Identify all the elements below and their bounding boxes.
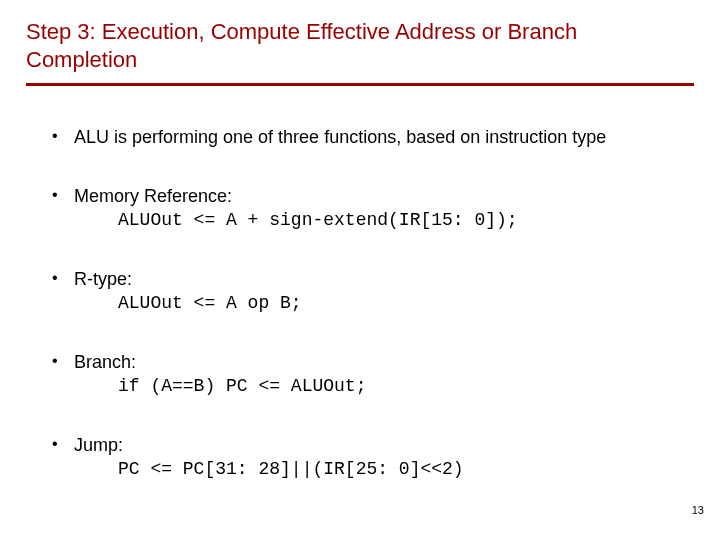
page-number: 13 [692, 504, 704, 516]
slide-title: Step 3: Execution, Compute Effective Add… [26, 18, 694, 73]
bullet-jump-label: Jump: [74, 435, 123, 455]
bullet-jump-code: PC <= PC[31: 28]||(IR[25: 0]<<2) [74, 458, 694, 481]
bullet-intro-text: ALU is performing one of three functions… [74, 127, 606, 147]
bullet-list: ALU is performing one of three functions… [26, 126, 694, 481]
bullet-memref: Memory Reference: ALUOut <= A + sign-ext… [26, 185, 694, 232]
bullet-rtype-code: ALUOut <= A op B; [74, 292, 694, 315]
slide: Step 3: Execution, Compute Effective Add… [0, 0, 720, 540]
bullet-rtype: R-type: ALUOut <= A op B; [26, 268, 694, 315]
bullet-memref-code: ALUOut <= A + sign-extend(IR[15: 0]); [74, 209, 694, 232]
bullet-branch-code: if (A==B) PC <= ALUOut; [74, 375, 694, 398]
bullet-jump: Jump: PC <= PC[31: 28]||(IR[25: 0]<<2) [26, 434, 694, 481]
bullet-rtype-label: R-type: [74, 269, 132, 289]
bullet-branch: Branch: if (A==B) PC <= ALUOut; [26, 351, 694, 398]
bullet-branch-label: Branch: [74, 352, 136, 372]
bullet-intro: ALU is performing one of three functions… [26, 126, 694, 149]
bullet-memref-label: Memory Reference: [74, 186, 232, 206]
title-rule [26, 83, 694, 86]
